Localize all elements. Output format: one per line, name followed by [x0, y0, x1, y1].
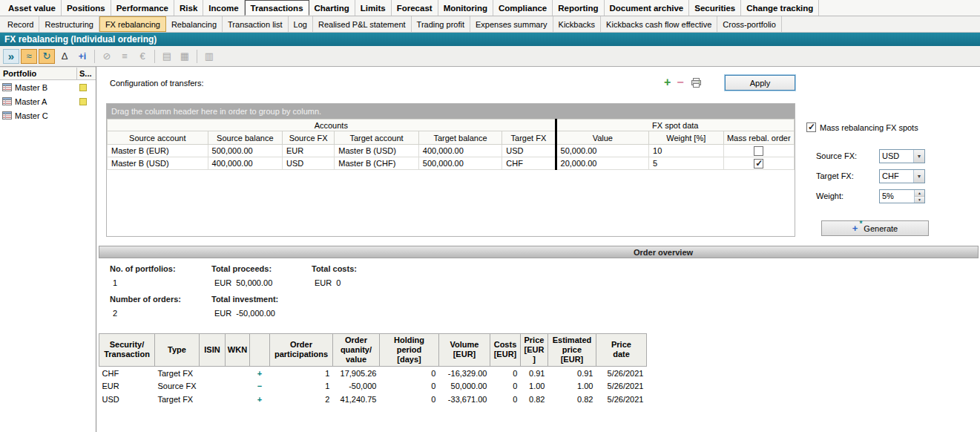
- subtab-cross-portfolio[interactable]: Cross-portfolio: [717, 16, 782, 32]
- order-row[interactable]: CHF Target FX + 1 17,905.26 0 -16,329.00…: [99, 366, 647, 379]
- order-col-estimated-price[interactable]: Estimated price [EUR]: [547, 334, 596, 367]
- portfolio-tree-item[interactable]: Master B: [0, 80, 96, 94]
- copy-icon[interactable]: ▥: [201, 49, 217, 64]
- fx-rebalancing-icon[interactable]: ≈: [21, 49, 37, 64]
- column-header-source-balance[interactable]: Source balance: [208, 131, 282, 145]
- status-column-header[interactable]: S...: [77, 68, 96, 79]
- order-col-type[interactable]: Type: [155, 334, 200, 367]
- mass-order-checkbox[interactable]: [754, 146, 763, 156]
- order-col-wkn[interactable]: WKN: [225, 334, 249, 367]
- grid-icon[interactable]: ▦: [177, 49, 193, 64]
- order-col-costs[interactable]: Costs [EUR]: [490, 334, 520, 367]
- no-edit-icon[interactable]: ⊘: [99, 49, 115, 64]
- add-info-icon[interactable]: +i: [74, 49, 91, 64]
- column-header-target-balance[interactable]: Target balance: [418, 131, 501, 145]
- title-bar: FX rebalancing (Individual ordering): [0, 33, 980, 46]
- chevron-down-icon[interactable]: ▼: [913, 170, 924, 183]
- summary-value: 2: [110, 309, 211, 318]
- mass-order-checkbox[interactable]: [754, 159, 763, 168]
- wkn-cell: [225, 366, 249, 379]
- order-col-isin[interactable]: ISIN: [199, 334, 225, 367]
- tab-forecast[interactable]: Forecast: [392, 0, 438, 16]
- tab-limits[interactable]: Limits: [355, 0, 392, 16]
- delta-icon[interactable]: Δ: [56, 49, 73, 64]
- tab-securities[interactable]: Securities: [689, 0, 741, 16]
- weight-input[interactable]: 5% ▲ ▼: [879, 189, 925, 203]
- tab-performance[interactable]: Performance: [111, 0, 174, 16]
- quantity-cell: 17,905.26: [332, 366, 379, 379]
- price-date-cell: 5/26/2021: [596, 366, 646, 379]
- target-fx-value: CHF: [880, 170, 913, 183]
- generate-button[interactable]: + Generate: [821, 220, 929, 236]
- summary-portfolios: No. of portfolios: 1: [110, 264, 211, 287]
- subtab-log[interactable]: Log: [289, 16, 313, 32]
- source-fx-select[interactable]: USD ▼: [879, 149, 925, 163]
- security-cell: EUR: [99, 379, 155, 393]
- tab-reporting[interactable]: Reporting: [553, 0, 604, 16]
- estimated-price-cell: 0.91: [547, 366, 596, 379]
- subtab-kickbacks[interactable]: Kickbacks: [553, 16, 602, 32]
- order-row[interactable]: USD Target FX + 2 41,240.75 0 -33,671.00…: [99, 393, 647, 406]
- subtab-trading-profit[interactable]: Trading profit: [412, 16, 470, 32]
- expand-icon[interactable]: »: [3, 49, 19, 64]
- subtab-realised-pl[interactable]: Realised P&L statement: [313, 16, 412, 32]
- column-header-weight[interactable]: Weight [%]: [649, 131, 723, 145]
- add-row-icon[interactable]: +: [664, 76, 671, 89]
- portfolio-column-header[interactable]: Portfolio: [0, 68, 77, 79]
- refresh-icon[interactable]: ↻: [39, 49, 55, 64]
- order-col-sign[interactable]: [249, 334, 269, 367]
- order-col-participations[interactable]: Order participations: [269, 334, 332, 367]
- column-header-target-account[interactable]: Target account: [335, 131, 418, 145]
- source-fx-label: Source FX:: [816, 151, 857, 160]
- subtab-kickbacks-cashflow[interactable]: Kickbacks cash flow effective: [601, 16, 717, 32]
- transfer-row[interactable]: Master B (EUR) 500,000.00 EUR Master B (…: [108, 145, 795, 157]
- column-header-mass-rebal-order[interactable]: Mass rebal. order: [723, 131, 795, 145]
- subtab-record[interactable]: Record: [2, 16, 39, 32]
- apply-button[interactable]: Apply: [725, 75, 795, 91]
- tab-transactions[interactable]: Transactions: [245, 0, 309, 16]
- tab-change-tracking[interactable]: Change tracking: [741, 0, 819, 16]
- clipboard-icon[interactable]: ▤: [159, 49, 175, 64]
- quantity-cell: -50,000: [332, 379, 379, 393]
- order-row[interactable]: EUR Source FX − 1 -50,000 0 50,000.00 0 …: [99, 379, 647, 393]
- subtab-rebalancing[interactable]: Rebalancing: [166, 16, 223, 32]
- portfolio-tree-item[interactable]: Master C: [0, 108, 96, 122]
- tab-positions[interactable]: Positions: [62, 0, 111, 16]
- transfer-table: Accounts FX spot data Source account Sou…: [107, 119, 795, 170]
- target-fx-select[interactable]: CHF ▼: [879, 169, 925, 183]
- transfer-row[interactable]: Master B (USD) 400,000.00 USD Master B (…: [108, 157, 795, 170]
- euro-icon[interactable]: €: [134, 49, 151, 64]
- tab-monitoring[interactable]: Monitoring: [438, 0, 493, 16]
- subtab-restructuring[interactable]: Restructuring: [39, 16, 99, 32]
- tab-risk[interactable]: Risk: [174, 0, 203, 16]
- order-col-quantity[interactable]: Order quanity/ value: [332, 334, 379, 367]
- order-col-price[interactable]: Price [EUR ]: [520, 334, 547, 367]
- tab-asset-value[interactable]: Asset value: [3, 0, 62, 16]
- spin-down-icon[interactable]: ▼: [915, 196, 924, 203]
- chevron-down-icon[interactable]: ▼: [913, 150, 924, 163]
- column-header-source-account[interactable]: Source account: [108, 131, 208, 145]
- print-icon[interactable]: [690, 77, 703, 88]
- order-col-security[interactable]: Security/ Transaction: [99, 334, 155, 367]
- column-header-value[interactable]: Value: [556, 131, 649, 145]
- portfolio-tree-item[interactable]: Master A: [0, 94, 96, 108]
- align-icon[interactable]: ≡: [116, 49, 133, 64]
- order-col-volume[interactable]: Volume [EUR]: [438, 334, 490, 367]
- subtab-expenses-summary[interactable]: Expenses summary: [470, 16, 553, 32]
- tab-document-archive[interactable]: Document archive: [605, 0, 690, 16]
- subtab-transaction-list[interactable]: Transaction list: [223, 16, 289, 32]
- subtab-fx-rebalancing[interactable]: FX rebalancing: [99, 16, 166, 32]
- spin-up-icon[interactable]: ▲: [915, 190, 924, 196]
- order-col-price-date[interactable]: Price date: [596, 334, 646, 367]
- mass-rebalancing-checkbox[interactable]: [806, 122, 816, 132]
- tab-income[interactable]: Income: [203, 0, 244, 16]
- summary-total-investment: Total investment: EUR -50,000.00: [211, 295, 312, 318]
- remove-row-icon[interactable]: −: [677, 76, 683, 89]
- column-header-source-fx[interactable]: Source FX: [283, 131, 335, 145]
- tab-charting[interactable]: Charting: [309, 0, 355, 16]
- order-col-holding-period[interactable]: Holding period [days]: [379, 334, 438, 367]
- portfolio-label: Master C: [15, 111, 79, 120]
- column-header-target-fx[interactable]: Target FX: [502, 131, 556, 145]
- volume-cell: -16,329.00: [438, 366, 490, 379]
- tab-compliance[interactable]: Compliance: [493, 0, 553, 16]
